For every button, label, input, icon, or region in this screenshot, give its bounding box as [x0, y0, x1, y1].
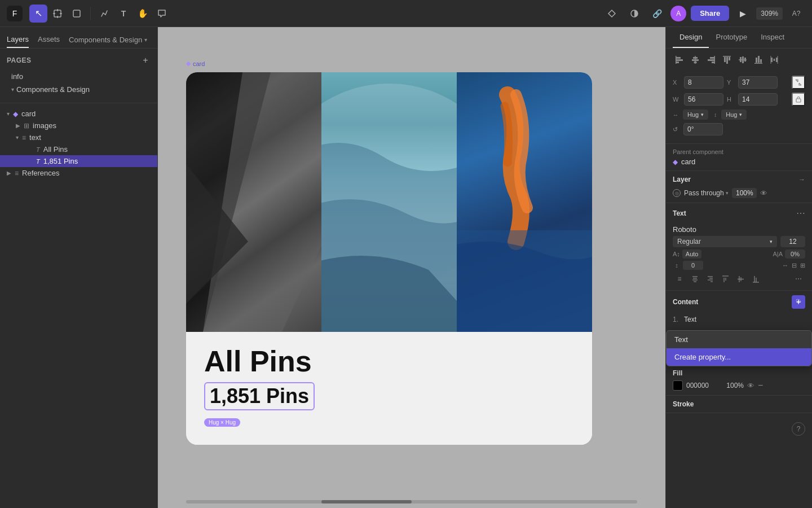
align-top-text-button[interactable] [718, 272, 732, 286]
create-property-option[interactable]: Create property... [667, 348, 811, 366]
text-layer[interactable]: ▾ ≡ text [0, 132, 157, 143]
lock-ratio-icon[interactable] [792, 93, 805, 106]
opacity-input[interactable] [732, 188, 757, 198]
share-button[interactable]: Share [691, 6, 729, 21]
scrollbar-thumb[interactable] [321, 500, 412, 503]
move-tool[interactable]: ↖ [29, 5, 47, 23]
svg-rect-41 [778, 56, 778, 64]
v-constraint-value: Hug [726, 111, 737, 118]
assets-tab[interactable]: Assets [38, 32, 60, 48]
hand-tool[interactable]: ✋ [134, 5, 152, 23]
inspect-tab[interactable]: Inspect [754, 27, 791, 48]
align-bottom-button[interactable] [752, 53, 765, 67]
fill-remove-button[interactable]: − [758, 380, 763, 391]
more-text-options-button[interactable]: ⋯ [792, 272, 805, 286]
pins-count-layer[interactable]: T 1,851 Pins [0, 155, 157, 167]
x-input[interactable] [684, 76, 723, 89]
text-option[interactable]: Text [667, 331, 811, 348]
link-icon[interactable]: 🔗 [648, 5, 666, 23]
fill-color-swatch[interactable] [673, 380, 683, 391]
align-right-button[interactable] [704, 53, 718, 67]
canvas-area[interactable]: ◆ card [158, 27, 665, 508]
text-icon: T [36, 146, 40, 153]
layer-label: text [29, 133, 41, 142]
right-panel: Design Prototype Inspect [665, 27, 812, 508]
content-link-button[interactable] [792, 295, 805, 309]
horizontal-scrollbar[interactable] [186, 500, 637, 503]
text-tool[interactable]: T [114, 5, 133, 23]
align-bottom-text-button[interactable] [749, 272, 762, 286]
image-1 [186, 72, 321, 332]
distribute-h-button[interactable] [767, 53, 781, 67]
stroke-title: Stroke [673, 400, 694, 408]
align-top-button[interactable] [720, 53, 734, 67]
svg-rect-14 [676, 59, 683, 61]
stroke-section: Stroke [666, 396, 812, 413]
h-constraint-select[interactable]: Hug ▾ [683, 110, 708, 120]
comment-tool[interactable] [153, 5, 171, 23]
align-middle-button[interactable] [736, 53, 749, 67]
align-center-h-button[interactable] [689, 53, 702, 67]
fill-visibility-button[interactable]: 👁 [747, 382, 754, 390]
w-input[interactable] [684, 93, 723, 106]
fill-hex-input[interactable] [686, 382, 720, 389]
h-input[interactable] [738, 93, 778, 106]
font-style-select[interactable]: Regular ▾ [673, 236, 777, 247]
layer-expand-button[interactable]: → [798, 176, 805, 183]
references-layer[interactable]: ▶ ≡ References [0, 167, 157, 179]
play-button[interactable]: ▶ [734, 5, 752, 23]
font-size-input[interactable] [780, 236, 805, 247]
components-design-page[interactable]: ▾ Components & Design [7, 83, 151, 96]
wh-row: W H [673, 93, 805, 106]
pins-count-wrapper[interactable]: 1,851 Pins [204, 382, 315, 410]
visibility-toggle[interactable]: 👁 [760, 189, 767, 198]
line-height-input[interactable]: 0 [683, 261, 703, 270]
resize-icon[interactable] [792, 76, 805, 89]
y-input[interactable] [738, 76, 778, 89]
align-center-text-button[interactable] [688, 272, 701, 286]
svg-rect-35 [760, 59, 762, 63]
images-layer[interactable]: ▶ ⊞ images [0, 120, 157, 132]
fill-opacity-input[interactable] [723, 382, 744, 389]
help-button[interactable]: A? [787, 5, 805, 23]
blend-mode-select[interactable]: Pass through ▾ [684, 189, 729, 197]
add-page-button[interactable]: + [140, 55, 151, 65]
letter-spacing-input[interactable] [785, 249, 805, 259]
v-constraint-select[interactable]: Hug ▾ [721, 110, 747, 120]
text-options-button[interactable]: ⋯ [796, 208, 805, 218]
pen-tool[interactable] [95, 5, 113, 23]
fill-header: Fill [673, 369, 805, 377]
align-right-text-button[interactable] [703, 272, 717, 286]
xy-row: X Y [673, 76, 805, 89]
chevron-icon: ▶ [7, 170, 11, 176]
figma-logo[interactable]: F [7, 6, 23, 21]
frame-tool[interactable] [48, 5, 67, 23]
prototype-tab[interactable]: Prototype [709, 27, 754, 48]
align-left-button[interactable] [673, 53, 686, 67]
spacing-icon: ↕ [673, 262, 681, 269]
svg-rect-21 [710, 57, 714, 59]
rotation-icon: ↺ [673, 126, 678, 133]
info-page[interactable]: info [7, 70, 151, 83]
layers-tab[interactable]: Layers [7, 32, 29, 48]
rotation-input[interactable] [683, 123, 723, 135]
zoom-level[interactable]: 309% [756, 7, 783, 20]
content-item: 1. Text [673, 313, 805, 326]
design-tab[interactable]: Design [673, 27, 709, 48]
content-item-name: Text [684, 316, 805, 323]
align-middle-text-button[interactable] [734, 272, 747, 286]
parent-component-name: card [681, 157, 695, 166]
all-pins-layer[interactable]: T All Pins [0, 143, 157, 155]
shape-tool[interactable] [68, 5, 86, 23]
text-icon: T [36, 158, 40, 165]
layer-label: References [22, 169, 59, 177]
card-layer[interactable]: ▾ ◆ card [0, 108, 157, 120]
svg-rect-28 [723, 56, 731, 57]
help-button[interactable]: ? [792, 422, 805, 436]
image-2 [321, 72, 457, 332]
theme-icon[interactable] [625, 5, 643, 23]
components-design-tab[interactable]: Components & Design ▾ [69, 32, 147, 48]
auto-select[interactable]: Auto [682, 249, 702, 259]
align-left-text-button[interactable]: ≡ [673, 272, 686, 286]
component-icon[interactable] [603, 5, 621, 23]
